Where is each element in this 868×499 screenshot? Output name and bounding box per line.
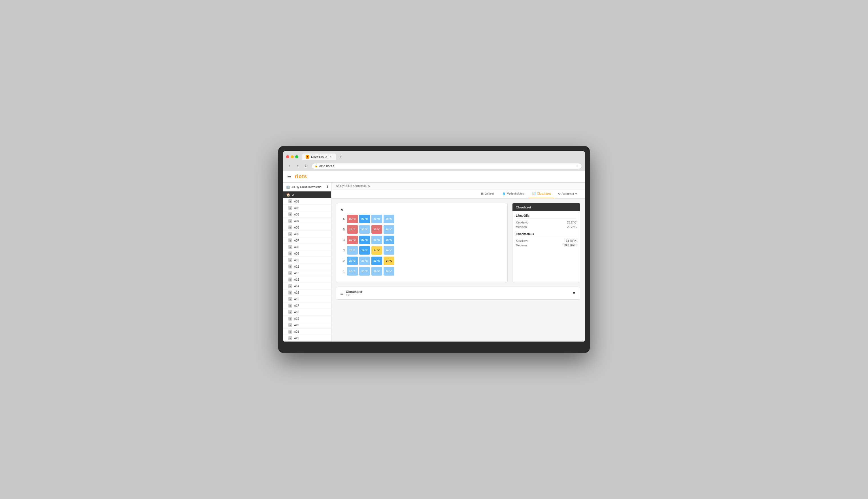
sidebar-item[interactable]: ▦A16 xyxy=(283,296,331,303)
cell[interactable]: 24 °C xyxy=(371,246,382,255)
sidebar-item[interactable]: ▦A06 xyxy=(283,231,331,237)
cell[interactable]: 20 °C xyxy=(359,225,370,234)
floor-row-4: 4 25 °C 22 °C 20 °C 20 °C xyxy=(341,236,503,244)
room-icon: ▦ xyxy=(288,232,292,236)
room-icon: ▦ xyxy=(288,330,292,333)
laitteet-icon: ⊞ xyxy=(481,192,484,195)
close-window-button[interactable] xyxy=(286,155,289,158)
tab-olosuhteet[interactable]: 📊 Olosuhteet xyxy=(529,190,554,198)
cell[interactable]: 25 °C xyxy=(347,215,358,223)
cell[interactable]: 20 °C xyxy=(384,267,394,276)
sidebar-item[interactable]: ▦A17 xyxy=(283,303,331,309)
sidebar-item[interactable]: ▦A03 xyxy=(283,211,331,218)
cell[interactable]: 20 °C xyxy=(347,257,358,265)
stats-label: Keskiarvo xyxy=(516,239,528,242)
browser-tab[interactable]: r Riots Cloud ✕ xyxy=(302,154,336,160)
sidebar-item[interactable]: ▦A10 xyxy=(283,257,331,263)
maximize-window-button[interactable] xyxy=(295,155,298,158)
app-header: ☰ riots xyxy=(283,171,585,183)
cell[interactable]: 20 °C xyxy=(384,236,394,244)
cell[interactable]: 20 °C xyxy=(384,215,394,223)
cell[interactable]: 22 °C xyxy=(371,257,382,265)
floor-label-1: 1 xyxy=(341,270,345,273)
asetukset-icon: ⚙ xyxy=(558,192,560,195)
room-icon: ▦ xyxy=(288,265,292,268)
cell[interactable]: 25 °C xyxy=(347,236,358,244)
sidebar-item[interactable]: ▦A14 xyxy=(283,283,331,290)
sidebar-item[interactable]: ▦A05 xyxy=(283,224,331,231)
cell[interactable]: 20 °C xyxy=(371,215,382,223)
url-input[interactable]: 🔒 oma.riots.fi ☆ xyxy=(312,163,582,169)
sidebar-item[interactable]: ▦A01 xyxy=(283,198,331,205)
stats-row-mediaani-hum: Mediaani 30.8 %RH xyxy=(516,244,577,247)
room-icon: ▦ xyxy=(288,317,292,320)
tab-vedenkulutus[interactable]: 💧 Vedenkulutus xyxy=(498,190,528,198)
cell[interactable]: 22 °C xyxy=(359,215,370,223)
breadcrumb: As Oy Oulun Kerrostalo / A xyxy=(331,183,585,190)
cell[interactable]: 20 °C xyxy=(384,225,394,234)
stats-section-humidity: Ilmankosteus Keskiarvo 31 %RH Mediaani 3… xyxy=(516,232,577,247)
sidebar-header: 🏢 As Oy Oulun Kerrostalo ℹ xyxy=(283,183,331,192)
window-controls xyxy=(286,155,298,158)
sidebar-item[interactable]: ▦A22 xyxy=(283,335,331,342)
sidebar-item[interactable]: ▦A13 xyxy=(283,277,331,283)
room-icon: ▦ xyxy=(288,323,292,327)
new-tab-button[interactable]: + xyxy=(338,154,344,160)
floor-cells-1: 20 °C 20 °C 20 °C 20 °C xyxy=(347,267,394,276)
back-button[interactable]: ‹ xyxy=(286,163,292,169)
cell[interactable]: 25 °C xyxy=(371,225,382,234)
building-icon: 🏢 xyxy=(286,185,290,189)
sidebar-item[interactable]: ▦A07 xyxy=(283,237,331,244)
bottom-panel-title: Olosuhteet xyxy=(346,290,362,293)
room-icon: ▦ xyxy=(288,226,292,229)
sidebar-item[interactable]: ▦A19 xyxy=(283,316,331,322)
floor-label-2: 2 xyxy=(341,259,345,263)
stats-body: Lämpötila Keskiarvo 23.2 °C Mediaani 20.… xyxy=(513,211,580,254)
olosuhteet-icon: 📊 xyxy=(532,192,536,195)
sidebar-item[interactable]: ▦A04 xyxy=(283,218,331,224)
info-icon[interactable]: ℹ xyxy=(327,185,328,189)
app-body: 🏢 As Oy Oulun Kerrostalo ℹ 🏠 A ▦A01 ▦A02… xyxy=(283,183,585,342)
floor-label-4: 4 xyxy=(341,239,345,242)
sidebar-item[interactable]: ▦A18 xyxy=(283,309,331,316)
app-logo: riots xyxy=(294,174,307,180)
bookmark-icon: ☆ xyxy=(576,164,579,168)
cell[interactable]: 20 °C xyxy=(347,267,358,276)
sidebar-item[interactable]: ▦A15 xyxy=(283,290,331,296)
cell[interactable]: 20 °C xyxy=(359,257,370,265)
sidebar-item[interactable]: ▦A09 xyxy=(283,250,331,257)
room-icon: ▦ xyxy=(288,239,292,242)
minimize-window-button[interactable] xyxy=(291,155,294,158)
cell[interactable]: 24 °C xyxy=(384,257,394,265)
room-icon: ▦ xyxy=(288,258,292,262)
sidebar-item[interactable]: ▦A02 xyxy=(283,205,331,211)
sidebar-item[interactable]: ▦A08 xyxy=(283,244,331,250)
sidebar-item[interactable]: ▦A21 xyxy=(283,329,331,335)
cell[interactable]: 22 °C xyxy=(359,246,370,255)
cell[interactable]: 20 °C xyxy=(371,267,382,276)
forward-button[interactable]: › xyxy=(294,163,301,169)
chevron-down-icon[interactable]: ▼ xyxy=(572,291,576,295)
bottom-panel: ☰ Olosuhteet Tiet ▼ xyxy=(336,287,580,300)
room-icon: ▦ xyxy=(288,271,292,275)
tab-laitteet[interactable]: ⊞ Laitteet xyxy=(478,190,497,198)
room-icon: ▦ xyxy=(288,278,292,281)
room-icon: ▦ xyxy=(288,206,292,210)
stats-panel: Olosuhteet Lämpötila Keskiarvo 23.2 °C xyxy=(512,203,580,282)
refresh-button[interactable]: ↻ xyxy=(303,163,309,169)
cell[interactable]: 20 °C xyxy=(347,246,358,255)
sidebar-item[interactable]: ▦A11 xyxy=(283,263,331,270)
cell[interactable]: 22 °C xyxy=(359,236,370,244)
sidebar-item[interactable]: ▦A12 xyxy=(283,270,331,277)
hamburger-menu-icon[interactable]: ☰ xyxy=(287,174,291,179)
tab-asetukset[interactable]: ⚙ Asetukset ▼ xyxy=(555,190,580,198)
cell[interactable]: 20 °C xyxy=(371,236,382,244)
cell[interactable]: 25 °C xyxy=(347,225,358,234)
sidebar-active-floor[interactable]: 🏠 A xyxy=(283,192,331,198)
floor-row-3: 3 20 °C 22 °C 24 °C 20 °C xyxy=(341,246,503,255)
main-panel: As Oy Oulun Kerrostalo / A ⊞ Laitteet 💧 … xyxy=(331,183,585,342)
tab-close-button[interactable]: ✕ xyxy=(329,155,333,159)
sidebar-item[interactable]: ▦A20 xyxy=(283,322,331,329)
cell[interactable]: 20 °C xyxy=(384,246,394,255)
cell[interactable]: 20 °C xyxy=(359,267,370,276)
